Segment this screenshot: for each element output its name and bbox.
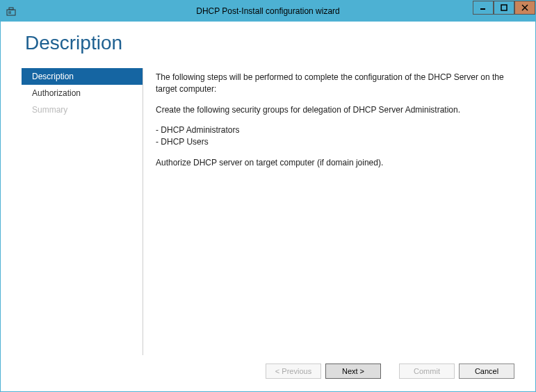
wizard-body: Description Description Authorization Su…	[1, 22, 535, 391]
sidebar-item-summary: Summary	[22, 101, 143, 118]
minimize-button[interactable]	[473, 1, 494, 15]
sidebar-item-label: Description	[32, 72, 74, 81]
page-title: Description	[25, 32, 514, 54]
svg-rect-1	[9, 8, 13, 10]
content-group-item: - DHCP Users	[156, 136, 507, 148]
sidebar: Description Authorization Summary	[22, 68, 143, 355]
action-button-group: Commit Cancel	[399, 364, 514, 379]
window-controls	[473, 1, 535, 15]
content-group-item: - DHCP Administrators	[156, 124, 507, 136]
app-icon	[1, 6, 22, 17]
next-button[interactable]: Next >	[325, 364, 381, 379]
content-intro: The following steps will be performed to…	[156, 72, 507, 95]
previous-button: < Previous	[266, 364, 321, 379]
footer: < Previous Next > Commit Cancel	[22, 355, 514, 384]
window-title: DHCP Post-Install configuration wizard	[196, 6, 340, 16]
cancel-button[interactable]: Cancel	[459, 364, 514, 379]
sidebar-item-authorization[interactable]: Authorization	[22, 85, 143, 101]
titlebar: DHCP Post-Install configuration wizard	[1, 1, 535, 22]
svg-rect-5	[501, 5, 507, 10]
content-area: The following steps will be performed to…	[143, 68, 514, 355]
commit-button: Commit	[399, 364, 455, 379]
sidebar-item-description[interactable]: Description	[22, 68, 143, 85]
nav-button-group: < Previous Next >	[266, 364, 381, 379]
sidebar-item-label: Authorization	[32, 88, 81, 98]
content-authorize: Authorize DHCP server on target computer…	[156, 157, 507, 169]
content-groups-intro: Create the following security groups for…	[156, 104, 507, 116]
main-area: Description Authorization Summary The fo…	[22, 68, 514, 355]
sidebar-item-label: Summary	[32, 105, 67, 115]
svg-rect-0	[7, 10, 15, 15]
close-button[interactable]	[514, 1, 535, 15]
content-groups: - DHCP Administrators - DHCP Users	[156, 124, 507, 148]
wizard-window: DHCP Post-Install configuration wizard D…	[0, 0, 536, 392]
maximize-button[interactable]	[494, 1, 514, 15]
